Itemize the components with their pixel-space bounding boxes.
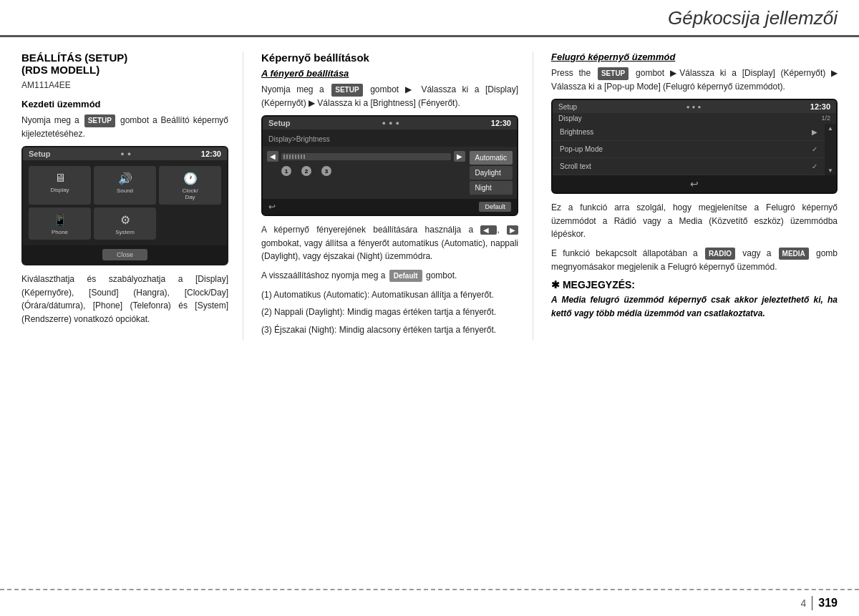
default-ref: Default bbox=[389, 270, 422, 283]
sound-label: Sound bbox=[117, 187, 133, 194]
popup-intro-text: Press the SETUP gombot ▶Válassza ki a [D… bbox=[551, 67, 838, 93]
back-icon[interactable]: ↩ bbox=[268, 202, 276, 212]
screen1-top-bar: Setup ● ● 12:30 bbox=[23, 147, 227, 160]
menu-item-system[interactable]: ⚙ System bbox=[94, 207, 156, 240]
check-popup-icon: ✓ bbox=[812, 145, 817, 153]
left-body-text: Kiválaszthatja és szabályozhatja a [Disp… bbox=[21, 273, 228, 326]
left-btn-ref: ◀ bbox=[480, 225, 497, 235]
clock-label: Clock/Day bbox=[182, 187, 198, 200]
slider-area: ◀ ▶ bbox=[267, 151, 465, 195]
num-item-3: (3) Éjszakai (Night): Mindig alacsony ér… bbox=[261, 323, 518, 337]
right-body-text-2: E funkció bekapcsolt állapotában a RADIO… bbox=[551, 247, 838, 273]
screen3-subtitle-bar: Display 1/2 bbox=[553, 113, 836, 124]
tick-3 bbox=[289, 155, 291, 159]
popup-back-icon[interactable]: ↩ bbox=[690, 178, 699, 190]
menu-item-sound[interactable]: 🔊 Sound bbox=[94, 166, 156, 205]
screen1-menu-grid: 🖥 Display 🔊 Sound 🕐 Clock/Day 📱 Phone ⚙ bbox=[23, 160, 227, 245]
options-list: Automatic Daylight Night bbox=[470, 151, 513, 195]
vol-icon: ● bbox=[395, 119, 399, 127]
screen3-subtitle: Display bbox=[558, 114, 582, 122]
slider-track[interactable] bbox=[281, 153, 451, 160]
num-badges-row: 1 2 3 bbox=[267, 166, 465, 176]
sound-icon: 🔊 bbox=[118, 172, 132, 185]
menu-item-clock[interactable]: 🕐 Clock/Day bbox=[159, 166, 221, 205]
right-arrow-icon[interactable]: ▶ bbox=[454, 151, 465, 162]
circle-3: 3 bbox=[321, 166, 331, 176]
tick-5 bbox=[295, 155, 296, 159]
menu-item-phone[interactable]: 📱 Phone bbox=[29, 207, 91, 240]
bt-icon: ● bbox=[382, 119, 386, 127]
option-night[interactable]: Night bbox=[470, 181, 513, 195]
tick-8 bbox=[304, 155, 305, 159]
reset-text: A visszaállításhoz nyomja meg a Default … bbox=[261, 269, 518, 283]
display-icon: 🖥 bbox=[54, 172, 66, 185]
page-footer: 4 319 bbox=[0, 589, 859, 616]
scroll-text-label: Scroll text bbox=[560, 162, 591, 170]
screen3-icons: ● ● ● bbox=[686, 104, 702, 110]
tick-7 bbox=[301, 155, 302, 159]
slider-row: ◀ ▶ bbox=[267, 151, 465, 162]
scroll-bar: ▲ ▼ bbox=[825, 124, 836, 175]
brightness-menu-label: Brightness bbox=[560, 128, 593, 136]
screen1-icons: ● ● bbox=[120, 150, 131, 157]
brightness-subtitle: A fényerő beállítása bbox=[261, 68, 518, 79]
net-icon: ● bbox=[389, 119, 392, 127]
option-automatic[interactable]: Automatic bbox=[470, 151, 513, 165]
screen2-path-bar: Display>Brightness bbox=[263, 129, 517, 147]
screen-settings-title: Képernyő beállítások bbox=[261, 52, 518, 64]
right-btn-ref: ▶ bbox=[507, 225, 518, 235]
icon3: ● bbox=[697, 104, 701, 110]
display-label: Display bbox=[50, 187, 69, 193]
scroll-up-icon[interactable]: ▲ bbox=[828, 125, 833, 132]
setup-button-ref: SETUP bbox=[84, 114, 115, 127]
system-icon: ⚙ bbox=[120, 213, 130, 227]
screen2-top-bar: Setup ● ● ● 12:30 bbox=[263, 117, 517, 129]
screen2-path: Display>Brightness bbox=[268, 135, 330, 143]
menu-item-display[interactable]: 🖥 Display bbox=[29, 166, 91, 205]
circle-2: 2 bbox=[301, 166, 311, 176]
note-section: ✱ MEGJEGYZÉS: A Media felugró üzemmód ké… bbox=[551, 279, 838, 320]
num-badge-3: 3 bbox=[321, 166, 331, 176]
clock-icon: 🕐 bbox=[183, 172, 198, 185]
main-title: BEÁLLÍTÁS (SETUP)(RDS MODELL) bbox=[21, 52, 228, 76]
screen3-title: Setup bbox=[558, 103, 577, 111]
left-column: BEÁLLÍTÁS (SETUP)(RDS MODELL) AM111A4EE … bbox=[21, 52, 243, 341]
brightness-intro: Nyomja meg a SETUP gombot ▶ Válassza ki … bbox=[261, 83, 518, 109]
popup-mode-label: Pop-up Mode bbox=[560, 145, 603, 153]
screen-mockup-2: Setup ● ● ● 12:30 Display>Brightness ◀ bbox=[261, 115, 518, 216]
screen3-body: Brightness ▶ Pop-up Mode ✓ Scroll text ✓… bbox=[553, 124, 836, 175]
num-item-2: (2) Nappali (Daylight): Mindig magas ért… bbox=[261, 305, 518, 319]
left-arrow-icon[interactable]: ◀ bbox=[267, 151, 278, 162]
popup-mode-title: Felugró képernyő üzemmód bbox=[551, 52, 838, 62]
screen-mockup-3: Setup ● ● ● 12:30 Display 1/2 Brightness… bbox=[551, 99, 838, 194]
note-title: ✱ MEGJEGYZÉS: bbox=[551, 279, 838, 290]
initial-mode-text: Nyomja meg a SETUP gombot a Beállító kép… bbox=[21, 114, 228, 140]
screen2-icons: ● ● ● bbox=[382, 119, 399, 127]
model-id: AM111A4EE bbox=[21, 80, 228, 90]
note-text: A Media felugró üzemmód képernyő csak ak… bbox=[551, 293, 838, 320]
icon1: ● bbox=[686, 104, 690, 110]
tick-6 bbox=[298, 155, 299, 159]
initial-mode-title: Kezdeti üzemmód bbox=[21, 99, 228, 109]
screen1-title: Setup bbox=[29, 150, 51, 158]
tick-1 bbox=[283, 155, 285, 159]
settings-icon: ● bbox=[127, 150, 131, 157]
circle-1: 1 bbox=[281, 166, 291, 176]
tick-4 bbox=[292, 155, 293, 159]
page-header: Gépkocsija jellemzői bbox=[0, 0, 859, 37]
setup-ref-right: SETUP bbox=[598, 67, 629, 80]
num-badge-1: 1 bbox=[281, 166, 291, 176]
menu-popup-mode[interactable]: Pop-up Mode ✓ bbox=[553, 141, 825, 158]
arrow-right-icon: ▶ bbox=[812, 128, 817, 136]
usage-text: A képernyő fényerejének beállítására has… bbox=[261, 223, 518, 263]
scroll-down-icon[interactable]: ▼ bbox=[828, 167, 833, 174]
close-button[interactable]: Close bbox=[102, 249, 147, 260]
option-daylight[interactable]: Daylight bbox=[470, 166, 513, 180]
menu-brightness[interactable]: Brightness ▶ bbox=[553, 124, 825, 141]
right-body-text-1: Ez a funkció arra szolgál, hogy megjelen… bbox=[551, 201, 838, 241]
popup-menu: Brightness ▶ Pop-up Mode ✓ Scroll text ✓ bbox=[553, 124, 825, 175]
default-button-screen[interactable]: Default bbox=[479, 202, 511, 212]
screen3-page: 1/2 bbox=[821, 114, 830, 122]
menu-scroll-text[interactable]: Scroll text ✓ bbox=[553, 158, 825, 175]
screen2-nav-bar: ↩ Default bbox=[263, 199, 517, 215]
